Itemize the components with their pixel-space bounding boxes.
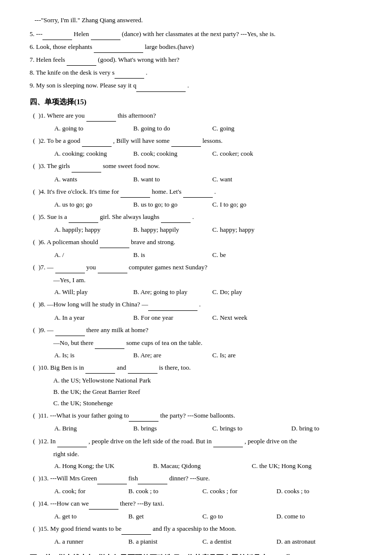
section5-header: 五、从II栏中找出与I栏中句子匹配的正确选项，将其序号写在题前括号内（10 分） (30, 552, 367, 555)
mcq11-bracket: ( (30, 410, 39, 421)
mcq11-num: )11. (39, 412, 48, 419)
mcq7-dash: — (47, 263, 55, 271)
question-8: 8. The knife on the desk is very s . (30, 67, 367, 79)
mcq12-blank2 (213, 436, 243, 447)
q9-text-after: . (187, 82, 189, 89)
mcq6-optB: B. is (133, 250, 212, 260)
q9-num: 9. (30, 82, 35, 89)
mcq5-options: A. happily; happy B. happy; happily C. h… (30, 224, 367, 235)
mcq6-bracket: ( (30, 237, 39, 248)
mcq3-blank (72, 161, 101, 172)
mcq7-optB: B. Are; going to play (133, 287, 212, 298)
mcq-7: ( )7. — you computer games next Sunday? (30, 262, 367, 273)
mcq2-q: To be a good (47, 137, 82, 144)
mcq10-num: )10. (39, 364, 49, 371)
mcq12-bracket: ( (30, 436, 39, 447)
mcq1-blank (86, 110, 116, 122)
mcq6-optC: C. be (212, 250, 291, 260)
mcq1-optA: A. going to (54, 123, 133, 134)
mcq9-dash: — (47, 326, 55, 334)
mcq8-optC: C. Next week (212, 312, 291, 323)
q7-blank (67, 54, 96, 66)
mcq2-num: )2. (39, 137, 45, 144)
mcq3-bracket: ( (30, 161, 39, 171)
mcq-12: ( )12. In , people drive on the left sid… (30, 436, 367, 447)
q6-text-after: large bodies.(have) (145, 43, 194, 50)
mcq12-mid: , people drive on the left side of the r… (88, 437, 213, 445)
mcq6-blank (100, 237, 129, 248)
mcq4-optA: A. us to go; go (54, 199, 133, 210)
mcq9-optB: B. Are; are (133, 350, 212, 361)
mcq11-after: the party? ---Some balloonts. (160, 412, 235, 419)
mcq5-optB: B. happy; happily (133, 224, 212, 235)
mcq12-options: A. Hong Kong; the UK B. Macau; Qidong C.… (30, 461, 367, 471)
mcq2-optC: C. cooker; cook (212, 148, 291, 159)
mcq7-num: )7. (39, 263, 45, 271)
mcq11-q: ---What is your father going to (50, 412, 129, 419)
mcq10-blank1 (85, 362, 115, 374)
mcq-13: ( )13. ---Will Mrs Green fish dinner? --… (30, 473, 367, 484)
mcq3-after: some sweet food now. (103, 162, 159, 170)
mcq12-optB: B. Macau; Qidong (153, 461, 252, 471)
mcq13-optD: D. cooks ; to (276, 486, 351, 497)
mcq2-optA: A. cooking; cooking (54, 148, 133, 159)
mcq1-num: )1. (39, 112, 45, 119)
mcq10-pre: Big Ben is in (50, 364, 86, 371)
mcq3-optA: A. wants (54, 174, 133, 185)
mcq14-optA: A. get to (54, 511, 128, 522)
question-7: 7. Helen feels (good). What's wrong with… (30, 54, 367, 66)
mcq2-mid: , Billy will have some (113, 137, 171, 144)
mcq13-blank1 (97, 473, 127, 484)
mcq15-optD: D. an astronaut (276, 536, 351, 547)
mcq9-num: )9. (39, 326, 45, 334)
mcq-11: ( )11. ---What is your father going to t… (30, 410, 367, 422)
mcq2-blank2 (171, 135, 201, 147)
mcq8-optB: B. For one year (133, 312, 212, 323)
mcq13-pre: ---Will Mrs Green (50, 474, 97, 482)
mcq15-optB: B. a pianist (128, 536, 202, 547)
q9-text: My son is sleeping now. Please say it q (36, 82, 136, 89)
mcq11-options: A. Bring B. brings C. brings to D. bring… (30, 423, 367, 434)
mcq14-blank (89, 498, 118, 510)
mcq11-optC: C. brings to (212, 423, 291, 434)
q7-text: Helen feels (36, 56, 67, 63)
q8-num: 8. (30, 69, 35, 76)
mcq-15: ( )15. My good friend wants to be and fl… (30, 523, 367, 535)
section4-header: 四、单项选择(15) (30, 96, 367, 109)
mcq7-line2: —Yes, I am. (30, 275, 367, 286)
q6-text: Look, those elephants (36, 43, 94, 50)
mcq14-options: A. get to B. get C. go to D. come to (30, 511, 367, 522)
mcq4-blank2 (183, 186, 213, 198)
mcq12-line2: right side. (30, 449, 367, 460)
mcq13-optC: C. cooks ; for (202, 486, 276, 497)
mcq8-after: . (199, 300, 200, 308)
mcq9-options: A. Is; is B. Are; are C. Is; are (30, 350, 367, 361)
mcq4-optC: C. I to go; go (212, 199, 291, 210)
mcq15-q: My good friend wants to be (50, 525, 121, 532)
mcq-5: ( )5. Sue is a girl. She always laughs . (30, 212, 367, 223)
mcq3-q: The girls (47, 162, 72, 170)
mcq9-line2: —No, but there some cups of tea on the t… (30, 338, 367, 349)
mcq7-text1: you (86, 263, 98, 271)
mcq7-bracket: ( (30, 262, 39, 273)
mcq13-optA: A. cook; for (54, 486, 128, 497)
mcq-3: ( )3. The girls some sweet food now. (30, 161, 367, 172)
mcq5-q: Sue is a (47, 213, 69, 220)
mcq1-optB: B. going to do (133, 123, 212, 134)
mcq5-optC: C. happy; happy (212, 224, 291, 235)
mcq2-optB: B. cook; cooking (133, 148, 212, 159)
question-6: 6. Look, those elephants large bodies.(h… (30, 42, 367, 53)
question-5: 5. --- Helen (dance) with her classmates… (30, 29, 367, 40)
mcq-14: ( )14. ---How can we there? ---By taxi. (30, 498, 367, 510)
mcq15-bracket: ( (30, 523, 39, 534)
q5-text-after: (dance) with her classmates at the next … (122, 30, 275, 38)
mcq9-optC: C. Is; are (212, 350, 291, 361)
mcq10-blank2 (128, 362, 157, 374)
mcq15-optC: C. a dentist (202, 536, 276, 547)
mcq12-blank1 (57, 436, 87, 447)
mcq8-q: —How long will he study in China? — (47, 300, 148, 308)
mcq1-optC: C. going (212, 123, 291, 134)
mcq8-optA: A. In a year (54, 312, 133, 323)
q8-text-after: . (146, 69, 147, 76)
mcq-2: ( )2. To be a good , Billy will have som… (30, 135, 367, 147)
